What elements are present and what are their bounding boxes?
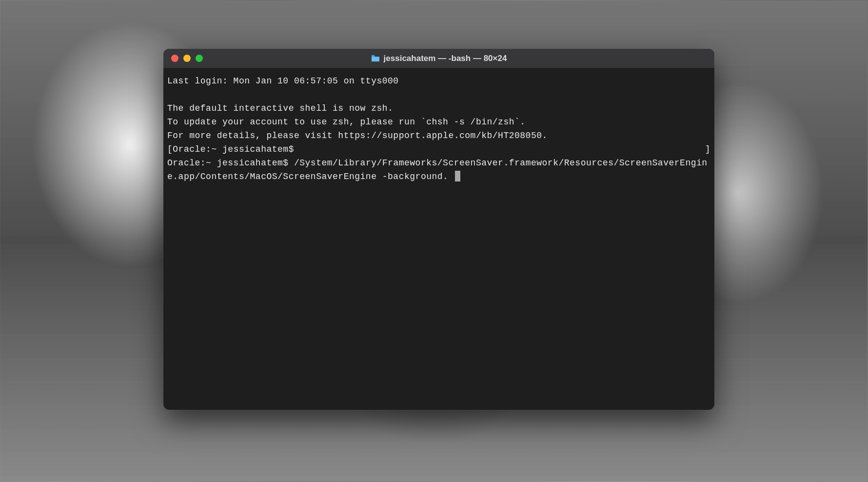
terminal-content[interactable]: Last login: Mon Jan 10 06:57:05 on ttys0… bbox=[163, 68, 714, 189]
terminal-output-line: For more details, please visit https://s… bbox=[167, 129, 710, 142]
prompt-text: Oracle:~ jessicahatem$ bbox=[167, 158, 294, 168]
terminal-cursor bbox=[455, 171, 460, 181]
folder-icon bbox=[371, 55, 380, 62]
terminal-prompt-line: [Oracle:~ jessicahatem$] bbox=[167, 142, 710, 156]
bracket-open: [ bbox=[167, 144, 173, 154]
terminal-empty-line bbox=[167, 88, 710, 101]
title-container: jessicahatem — -bash — 80×24 bbox=[163, 54, 714, 63]
terminal-output-line: The default interactive shell is now zsh… bbox=[167, 101, 710, 115]
maximize-button[interactable] bbox=[196, 55, 203, 62]
terminal-output-line: To update your account to use zsh, pleas… bbox=[167, 115, 710, 129]
terminal-command-line: Oracle:~ jessicahatem$ /System/Library/F… bbox=[167, 156, 710, 183]
bracket-close: ] bbox=[705, 142, 710, 156]
window-controls bbox=[171, 55, 203, 62]
terminal-output-line: Last login: Mon Jan 10 06:57:05 on ttys0… bbox=[167, 74, 710, 88]
window-titlebar[interactable]: jessicahatem — -bash — 80×24 bbox=[163, 49, 714, 68]
terminal-window: jessicahatem — -bash — 80×24 Last login:… bbox=[163, 49, 714, 410]
window-title: jessicahatem — -bash — 80×24 bbox=[384, 54, 507, 63]
close-button[interactable] bbox=[171, 55, 178, 62]
minimize-button[interactable] bbox=[183, 55, 191, 62]
prompt-text: Oracle:~ jessicahatem$ bbox=[173, 144, 294, 154]
